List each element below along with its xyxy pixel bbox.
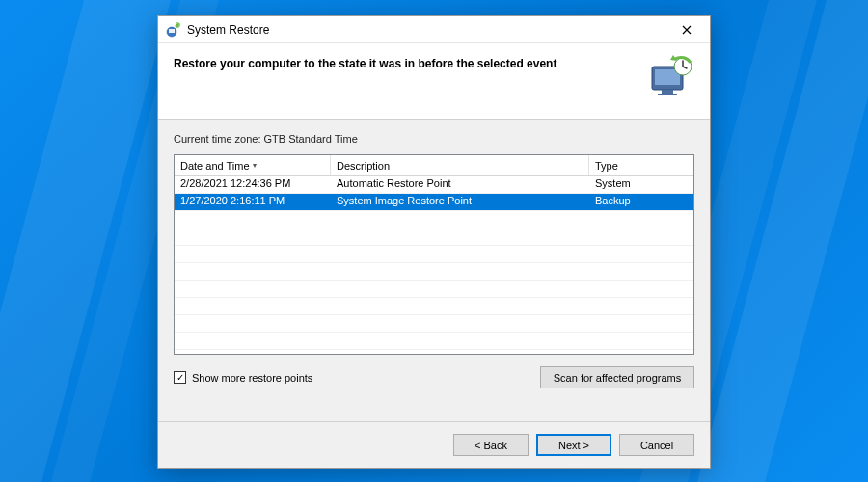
back-button[interactable]: < Back	[453, 434, 529, 456]
wizard-body: Current time zone: GTB Standard Time Dat…	[158, 120, 710, 421]
cell-type: System	[589, 176, 693, 193]
timezone-label: Current time zone: GTB Standard Time	[174, 133, 694, 145]
cell-date: 2/28/2021 12:24:36 PM	[175, 176, 331, 193]
titlebar: System Restore	[158, 16, 710, 43]
column-label: Date and Time	[180, 160, 250, 172]
cell-description: System Image Restore Point	[331, 194, 589, 210]
close-button[interactable]	[667, 17, 706, 42]
wizard-heading: Restore your computer to the state it wa…	[174, 55, 635, 70]
table-body: 2/28/2021 12:24:36 PMAutomatic Restore P…	[175, 176, 693, 354]
svg-rect-1	[169, 29, 175, 33]
table-row[interactable]: 1/27/2020 2:16:11 PMSystem Image Restore…	[175, 194, 693, 211]
cell-date: 1/27/2020 2:16:11 PM	[175, 194, 331, 210]
scan-affected-programs-button[interactable]: Scan for affected programs	[540, 366, 694, 388]
empty-row	[175, 228, 693, 246]
column-label: Type	[595, 160, 618, 172]
empty-row	[175, 281, 693, 298]
column-header-date[interactable]: Date and Time ▾	[175, 155, 331, 175]
empty-row	[175, 333, 693, 350]
column-header-type[interactable]: Type	[589, 155, 693, 175]
restore-points-table: Date and Time ▾ Description Type 2/28/20…	[174, 154, 694, 355]
empty-row	[175, 315, 693, 333]
cell-description: Automatic Restore Point	[331, 176, 589, 193]
table-row[interactable]: 2/28/2021 12:24:36 PMAutomatic Restore P…	[175, 176, 693, 194]
empty-row	[175, 246, 693, 263]
system-restore-dialog: System Restore Restore your computer to …	[157, 15, 711, 469]
cell-type: Backup	[589, 194, 693, 210]
window-title: System Restore	[187, 23, 667, 37]
column-label: Description	[337, 160, 390, 172]
table-header: Date and Time ▾ Description Type	[175, 155, 693, 176]
show-more-restore-points-checkbox[interactable]: ✓ Show more restore points	[174, 371, 312, 384]
checkbox-label: Show more restore points	[192, 372, 312, 384]
column-header-description[interactable]: Description	[331, 155, 589, 175]
cancel-button[interactable]: Cancel	[619, 434, 694, 456]
system-restore-icon	[166, 22, 181, 38]
next-button[interactable]: Next >	[536, 434, 611, 456]
restore-monitor-icon	[648, 55, 694, 101]
svg-rect-5	[662, 90, 673, 94]
empty-row	[175, 298, 693, 315]
wizard-header: Restore your computer to the state it wa…	[158, 43, 710, 120]
empty-row	[175, 263, 693, 281]
sort-desc-icon: ▾	[253, 161, 257, 170]
empty-row	[175, 211, 693, 228]
wizard-footer: < Back Next > Cancel	[158, 421, 710, 468]
svg-rect-6	[658, 94, 677, 95]
checkbox-icon: ✓	[174, 371, 186, 384]
